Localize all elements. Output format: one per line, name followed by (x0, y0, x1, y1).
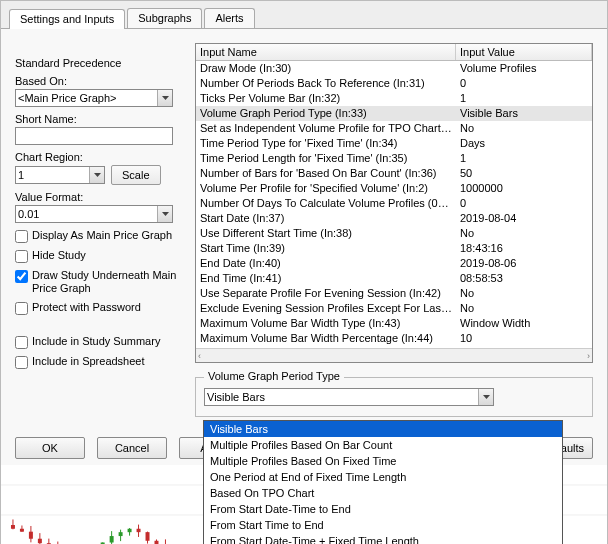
table-row[interactable]: Use Separate Profile For Evening Session… (196, 286, 592, 301)
cell-input-name: Number Of Days To Calculate Volume Profi… (196, 196, 456, 211)
table-row[interactable]: End Time (In:41)08:58:53 (196, 271, 592, 286)
value-editor-combo[interactable] (204, 388, 494, 406)
table-row[interactable]: Start Time (In:39)18:43:16 (196, 241, 592, 256)
value-editor-dropdown-list[interactable]: Visible BarsMultiple Profiles Based On B… (203, 420, 563, 544)
chart-region-label: Chart Region: (15, 151, 185, 163)
table-row[interactable]: End Date (In:40)2019-08-06 (196, 256, 592, 271)
table-row[interactable]: Volume Graph Period Type (In:33)Visible … (196, 106, 592, 121)
cell-input-value: 0 (456, 76, 592, 91)
dropdown-option[interactable]: Multiple Profiles Based On Fixed Time (204, 453, 562, 469)
scroll-left-icon[interactable]: ‹ (198, 351, 201, 361)
tab-settings-and-inputs[interactable]: Settings and Inputs (9, 9, 125, 29)
cell-input-value: 1000000 (456, 181, 592, 196)
cell-input-name: Volume Per Profile for 'Specified Volume… (196, 181, 456, 196)
chart-region-combo[interactable] (15, 166, 105, 184)
table-row[interactable]: Number Of Days To Calculate Volume Profi… (196, 196, 592, 211)
checkbox-input[interactable] (15, 270, 28, 283)
inputs-table: Input Name Input Value Draw Mode (In:30)… (195, 43, 593, 363)
dropdown-option[interactable]: From Start Time to End (204, 517, 562, 533)
cell-input-value: Window Width (456, 316, 592, 331)
left-panel: Standard Precedence Based On: Short Name… (15, 43, 185, 369)
checkbox-hide-study[interactable]: Hide Study (15, 249, 183, 263)
checkbox-input[interactable] (15, 356, 28, 369)
horizontal-scrollbar[interactable]: ‹ › (196, 348, 592, 362)
col-input-name[interactable]: Input Name (196, 44, 456, 60)
table-row[interactable]: Number of Bars for 'Based On Bar Count' … (196, 166, 592, 181)
table-row[interactable]: Exclude Evening Session Profiles Except … (196, 301, 592, 316)
dropdown-option[interactable]: Multiple Profiles Based On Bar Count (204, 437, 562, 453)
cell-input-name: Start Time (In:39) (196, 241, 456, 256)
ok-button[interactable]: OK (15, 437, 85, 459)
checkbox-include-spreadsheet[interactable]: Include in Spreadsheet (15, 355, 183, 369)
table-row[interactable]: Use Different Start Time (In:38)No (196, 226, 592, 241)
tab-alerts[interactable]: Alerts (204, 8, 254, 28)
dropdown-option[interactable]: Visible Bars (204, 421, 562, 437)
checkbox-label: Draw Study Underneath Main Price Graph (32, 269, 183, 295)
checkbox-protect-password[interactable]: Protect with Password (15, 301, 183, 315)
dropdown-option[interactable]: From Start Date-Time + Fixed Time Length (204, 533, 562, 544)
svg-rect-6 (20, 529, 24, 532)
chart-region-input[interactable] (15, 166, 105, 184)
checkbox-input[interactable] (15, 230, 28, 243)
svg-rect-26 (110, 536, 114, 542)
dropdown-option[interactable]: Based On TPO Chart (204, 485, 562, 501)
content-area: Standard Precedence Based On: Short Name… (1, 29, 607, 543)
checkbox-label: Display As Main Price Graph (32, 229, 172, 242)
svg-rect-34 (146, 532, 150, 541)
table-row[interactable]: Time Period Type for 'Fixed Time' (In:34… (196, 136, 592, 151)
value-format-combo[interactable] (15, 205, 173, 223)
cancel-button[interactable]: Cancel (97, 437, 167, 459)
value-format-input[interactable] (15, 205, 173, 223)
groupbox-title: Volume Graph Period Type (204, 370, 344, 382)
tab-subgraphs[interactable]: Subgraphs (127, 8, 202, 28)
cell-input-value: Visible Bars (456, 106, 592, 121)
table-header: Input Name Input Value (196, 44, 592, 61)
checkbox-draw-underneath[interactable]: Draw Study Underneath Main Price Graph (15, 269, 183, 295)
table-row[interactable]: Maximum Volume Bar Width Percentage (In:… (196, 331, 592, 346)
cell-input-name: Maximum Volume Bar Width Percentage (In:… (196, 331, 456, 346)
value-editor-groupbox: Volume Graph Period Type (195, 377, 593, 417)
short-name-label: Short Name: (15, 113, 185, 125)
based-on-label: Based On: (15, 75, 185, 87)
svg-rect-4 (11, 525, 15, 529)
cell-input-name: Number of Bars for 'Based On Bar Count' … (196, 166, 456, 181)
col-input-value[interactable]: Input Value (456, 44, 592, 60)
table-row[interactable]: Start Date (In:37)2019-08-04 (196, 211, 592, 226)
checkbox-input[interactable] (15, 250, 28, 263)
value-format-label: Value Format: (15, 191, 185, 203)
cell-input-name: Start Date (In:37) (196, 211, 456, 226)
checkbox-display-main-price-graph[interactable]: Display As Main Price Graph (15, 229, 183, 243)
cell-input-name: Exclude Evening Session Profiles Except … (196, 301, 456, 316)
dropdown-option[interactable]: From Start Date-Time to End (204, 501, 562, 517)
cell-input-value: 1 (456, 91, 592, 106)
cell-input-name: Maximum Volume Bar Width Type (In:43) (196, 316, 456, 331)
dropdown-option[interactable]: One Period at End of Fixed Time Length (204, 469, 562, 485)
table-row[interactable]: Volume Per Profile for 'Specified Volume… (196, 181, 592, 196)
table-row[interactable]: Maximum Volume Bar Width Type (In:43)Win… (196, 316, 592, 331)
cell-input-name: Set as Independent Volume Profile for TP… (196, 121, 456, 136)
scale-button[interactable]: Scale (111, 165, 161, 185)
cell-input-name: Time Period Length for 'Fixed Time' (In:… (196, 151, 456, 166)
short-name-input[interactable] (15, 127, 173, 145)
table-row[interactable]: Number Of Periods Back To Reference (In:… (196, 76, 592, 91)
checkbox-input[interactable] (15, 336, 28, 349)
table-row[interactable]: Draw Mode (In:30)Volume Profiles (196, 61, 592, 76)
cell-input-name: Use Separate Profile For Evening Session… (196, 286, 456, 301)
cell-input-value: 50 (456, 166, 592, 181)
table-row[interactable]: Set as Independent Volume Profile for TP… (196, 121, 592, 136)
checkbox-label: Include in Spreadsheet (32, 355, 145, 368)
cell-input-value: Volume Profiles (456, 61, 592, 76)
tabstrip: Settings and Inputs Subgraphs Alerts (1, 1, 607, 29)
table-body[interactable]: Draw Mode (In:30)Volume ProfilesNumber O… (196, 61, 592, 348)
checkbox-label: Include in Study Summary (32, 335, 160, 348)
based-on-combo[interactable] (15, 89, 173, 107)
cell-input-value: 10 (456, 331, 592, 346)
checkbox-label: Protect with Password (32, 301, 141, 314)
based-on-input[interactable] (15, 89, 173, 107)
scroll-right-icon[interactable]: › (587, 351, 590, 361)
table-row[interactable]: Ticks Per Volume Bar (In:32)1 (196, 91, 592, 106)
checkbox-include-study-summary[interactable]: Include in Study Summary (15, 335, 183, 349)
value-editor-input[interactable] (204, 388, 494, 406)
checkbox-input[interactable] (15, 302, 28, 315)
table-row[interactable]: Time Period Length for 'Fixed Time' (In:… (196, 151, 592, 166)
